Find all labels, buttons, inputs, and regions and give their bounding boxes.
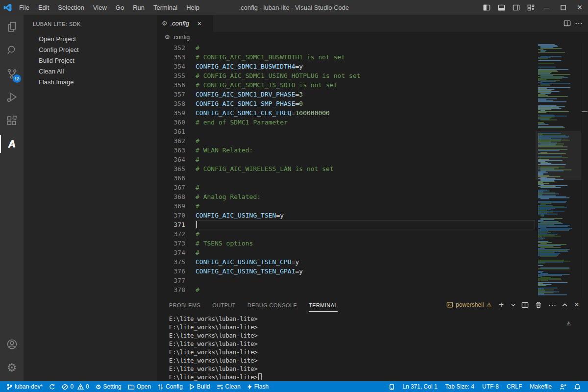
menu-edit[interactable]: Edit [34, 0, 53, 15]
account-icon[interactable] [0, 332, 24, 356]
code-line[interactable]: 371 [157, 220, 536, 229]
menu-selection[interactable]: Selection [53, 0, 88, 15]
code-line[interactable]: 362# [157, 136, 536, 146]
line-number: 356 [157, 80, 185, 90]
toggle-sidebar-icon[interactable] [479, 0, 494, 15]
maximize-panel-icon[interactable] [562, 300, 567, 309]
tab-size-item[interactable]: Tab Size: 4 [443, 381, 477, 392]
sync-icon[interactable] [47, 381, 58, 392]
code-line[interactable]: 374# [157, 248, 536, 257]
menu-run[interactable]: Run [128, 0, 149, 15]
code-line[interactable]: 356# CONFIG_AIC_SDMC1_IS_SDIO is not set [157, 80, 536, 90]
cursor-position-item[interactable]: Ln 371, Col 1 [400, 381, 440, 392]
code-line[interactable]: 370CONFIG_AIC_USING_TSEN=y [157, 211, 536, 220]
kill-terminal-icon[interactable] [534, 300, 543, 309]
line-content: CONFIG_AIC_SDMC1_CLK_FREQ=100000000 [185, 108, 330, 118]
notifications-bell-icon[interactable] [572, 381, 583, 392]
problems-item[interactable]: 0 0 [59, 381, 91, 392]
code-line[interactable]: 360# end of SDMC1 Parameter [157, 118, 536, 127]
code-line[interactable]: 361 [157, 127, 536, 136]
panel-tab-output[interactable]: OUTPUT [212, 298, 236, 312]
search-icon[interactable] [0, 38, 24, 62]
clean-item[interactable]: Clean [214, 381, 243, 392]
menu-file[interactable]: File [15, 0, 34, 15]
settings-gear-icon[interactable]: ⚙ [0, 356, 24, 379]
menu-help[interactable]: Help [182, 0, 204, 15]
editor-group: ⚙ .config × ⋯ ⚙ .config 352#353# CONFIG_… [157, 15, 588, 381]
panel-tab-problems[interactable]: PROBLEMS [169, 298, 200, 312]
code-line[interactable]: 377 [157, 276, 536, 285]
run-debug-icon[interactable] [0, 85, 24, 109]
panel-more-actions-icon[interactable]: ⋯ [548, 300, 557, 309]
terminal-output[interactable]: E:\lite_works\luban-lite>E:\lite_works\l… [157, 312, 588, 381]
code-line[interactable]: 358CONFIG_AIC_SDMC1_SMP_PHASE=0 [157, 99, 536, 108]
code-line[interactable]: 375CONFIG_AIC_USING_TSEN_CPU=y [157, 257, 536, 267]
code-line[interactable]: 372# [157, 229, 536, 239]
editor-more-actions-icon[interactable]: ⋯ [574, 19, 583, 28]
close-window-button[interactable]: × [571, 0, 588, 15]
code-line[interactable]: 369# [157, 201, 536, 211]
breadcrumb-item[interactable]: .config [172, 34, 190, 41]
code-line[interactable]: 363# WLAN Related: [157, 146, 536, 155]
source-control-icon[interactable]: 12 [0, 62, 24, 85]
code-line[interactable]: 355# CONFIG_AIC_SDMC1_USING_HOTPLUG is n… [157, 71, 536, 80]
sidebar-item-build-project[interactable]: Build Project [24, 55, 157, 66]
code-line[interactable]: 368# Analog Related: [157, 192, 536, 201]
tab-config[interactable]: ⚙ .config × [157, 15, 213, 32]
new-terminal-icon[interactable]: + [497, 300, 506, 309]
device-icon[interactable] [387, 381, 397, 392]
overview-ruler[interactable] [581, 43, 588, 297]
config-item[interactable]: Config [155, 381, 185, 392]
setting-item[interactable]: ⚙ Setting [93, 381, 124, 392]
tab-close-icon[interactable]: × [195, 19, 204, 28]
sidebar-item-config-project[interactable]: Config Project [24, 45, 157, 55]
split-editor-icon[interactable] [563, 19, 571, 28]
toggle-secondary-sidebar-icon[interactable] [509, 0, 523, 15]
build-item[interactable]: Build [187, 381, 213, 392]
panel-tab-debug-console[interactable]: DEBUG CONSOLE [247, 298, 297, 312]
minimize-button[interactable]: ─ [538, 0, 555, 15]
code-line[interactable]: 378# [157, 285, 536, 294]
git-branch-item[interactable]: luban-dev* [4, 381, 45, 392]
code-line[interactable]: 357CONFIG_AIC_SDMC1_DRV_PHASE=3 [157, 90, 536, 99]
breadcrumb[interactable]: ⚙ .config [157, 32, 588, 43]
encoding-item[interactable]: UTF-8 [480, 381, 501, 392]
feedback-icon[interactable] [557, 381, 569, 392]
flash-item[interactable]: Flash [245, 381, 271, 392]
shell-selector[interactable]: powershell ⚠ [446, 301, 492, 309]
menu-terminal[interactable]: Terminal [149, 0, 182, 15]
explorer-icon[interactable] [0, 15, 24, 38]
terminal-dropdown-icon[interactable] [511, 300, 515, 309]
code-editor[interactable]: 352#353# CONFIG_AIC_SDMC1_BUSWIDTH1 is n… [157, 43, 588, 297]
code-line[interactable]: 364# [157, 155, 536, 164]
sidebar-item-open-project[interactable]: Open Project [24, 34, 157, 45]
code-line[interactable]: 365# CONFIG_AIC_WIRELESS_LAN is not set [157, 164, 536, 173]
code-line[interactable]: 366 [157, 173, 536, 183]
language-mode-item[interactable]: Makefile [527, 381, 554, 392]
minimap-slider[interactable] [536, 131, 581, 180]
code-line[interactable]: 367# [157, 183, 536, 192]
toggle-panel-icon[interactable] [494, 0, 509, 15]
panel-tab-terminal[interactable]: TERMINAL [309, 298, 338, 312]
luban-sdk-icon[interactable]: A [0, 132, 24, 156]
menu-view[interactable]: View [89, 0, 111, 15]
title-bar: FileEditSelectionViewGoRunTerminalHelp .… [0, 0, 588, 15]
code-line[interactable]: 352# [157, 43, 536, 52]
sidebar-item-clean-all[interactable]: Clean All [24, 66, 157, 77]
customize-layout-icon[interactable] [523, 0, 538, 15]
extensions-icon[interactable] [0, 109, 24, 132]
code-line[interactable]: 376CONFIG_AIC_USING_TSEN_GPAI=y [157, 267, 536, 276]
code-line[interactable]: 373# TSENS options [157, 239, 536, 248]
open-item[interactable]: Open [125, 381, 153, 392]
maximize-button[interactable] [555, 0, 571, 15]
sidebar-item-flash-image[interactable]: Flash Image [24, 77, 157, 88]
terminal-warning-icon[interactable]: ⚠ [566, 318, 571, 327]
eol-item[interactable]: CRLF [504, 381, 524, 392]
close-panel-icon[interactable]: × [572, 300, 581, 309]
code-line[interactable]: 353# CONFIG_AIC_SDMC1_BUSWIDTH1 is not s… [157, 52, 536, 62]
split-terminal-icon[interactable] [520, 300, 529, 309]
code-line[interactable]: 359CONFIG_AIC_SDMC1_CLK_FREQ=100000000 [157, 108, 536, 118]
code-line[interactable]: 354CONFIG_AIC_SDMC1_BUSWIDTH4=y [157, 62, 536, 71]
minimap[interactable] [536, 43, 581, 297]
menu-go[interactable]: Go [111, 0, 128, 15]
